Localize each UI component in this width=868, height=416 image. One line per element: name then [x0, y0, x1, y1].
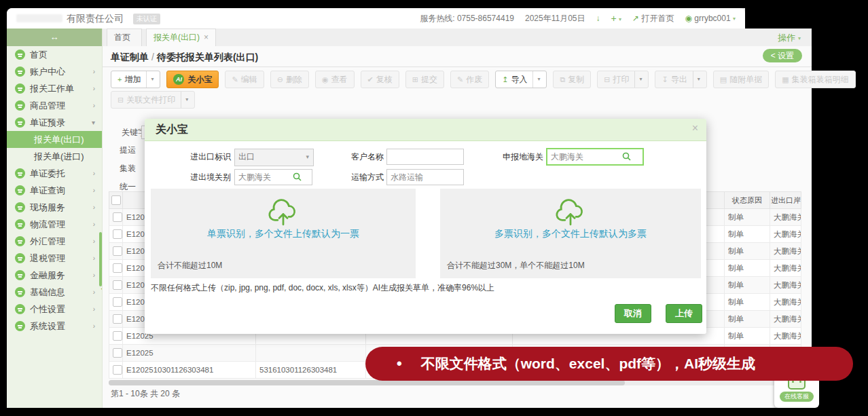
- dropdown-caret-icon[interactable]: ▾: [146, 71, 153, 88]
- sidebar-item[interactable]: 外汇管理 ›: [7, 233, 102, 250]
- row-checkbox[interactable]: [113, 314, 122, 324]
- toolbar-button[interactable]: ✔ 复核 ▾: [361, 71, 399, 88]
- toolbar-button[interactable]: ⊖ 删除 ▾: [270, 71, 309, 88]
- select-all-checkbox[interactable]: [111, 195, 121, 205]
- tab[interactable]: 首页: [107, 29, 142, 46]
- dropdown-caret-icon[interactable]: ▾: [634, 71, 642, 88]
- toolbar-button[interactable]: ✎ 作废 ▾: [450, 71, 489, 88]
- multi-ticket-upload-area[interactable]: 多票识别，多个文件上传默认为多票 合计不能超过30M，单个不能超过10M: [440, 189, 701, 278]
- sidebar-item[interactable]: 报关单(进口): [7, 148, 102, 165]
- dropdown-caret-icon[interactable]: ▾: [181, 92, 188, 108]
- status-cell: 制单: [725, 243, 770, 260]
- port-header: 进出口岸: [770, 192, 801, 209]
- toolbar-button-label: 集装箱装箱明细: [792, 71, 849, 88]
- single-ticket-upload-area[interactable]: 单票识别，多个文件上传默认为一票 合计不能超过10M: [151, 189, 416, 278]
- toolbar-row-2: ⊟ 关联文件打印 ▾: [111, 91, 195, 109]
- flag-value: 出口: [238, 152, 255, 162]
- row-checkbox[interactable]: [113, 263, 122, 273]
- top-header: 有限责任公司 未认证 服务热线: 0755-86574419 2025年11月0…: [7, 8, 745, 29]
- sidebar-item[interactable]: 个性设置 ›: [7, 301, 102, 318]
- toolbar-button[interactable]: AI 关小宝 ▾: [166, 71, 219, 88]
- toolbar-button[interactable]: ✎ 编辑 ▾: [225, 71, 264, 88]
- toolbar-button-label: 导出: [671, 71, 687, 88]
- menu-logo-icon: [15, 270, 25, 280]
- toolbar-button-icon: ⊟: [604, 71, 610, 88]
- open-home-link[interactable]: ↗ 打开首页: [632, 13, 674, 24]
- row-checkbox[interactable]: [113, 280, 122, 290]
- sidebar-item-label: 账户中心: [30, 63, 93, 80]
- port-cell: 大鹏海关: [770, 260, 801, 277]
- toolbar-button[interactable]: ↥ 导入 ▾: [495, 71, 547, 88]
- toolbar-button[interactable]: ▦ 集装箱装箱明细 ▾: [775, 71, 855, 88]
- sidebar-item[interactable]: 物流管理 ›: [7, 216, 102, 233]
- sidebar-item[interactable]: 单证查询 ›: [7, 182, 102, 199]
- toolbar-button[interactable]: ⊟ 打印 ▾: [597, 71, 649, 88]
- toolbar-button[interactable]: ↧ 导出 ▾: [655, 71, 706, 88]
- toolbar-button[interactable]: ⊟ 关联文件打印 ▾: [111, 91, 195, 109]
- row-checkbox[interactable]: [113, 246, 122, 256]
- toolbar-button-icon: ⧉: [560, 71, 565, 88]
- sidebar-item[interactable]: 首页: [7, 46, 102, 63]
- tab[interactable]: 报关单(出口)×: [146, 29, 216, 46]
- flag-select[interactable]: 出口 ▾: [234, 149, 314, 166]
- upload-button[interactable]: 上传: [666, 304, 702, 323]
- checkbox-cell: [109, 226, 123, 243]
- sidebar-item[interactable]: 账户中心 ›: [7, 63, 102, 80]
- toolbar-button[interactable]: + 增加 ▾: [111, 71, 160, 88]
- sidebar-item[interactable]: 退税管理 ›: [7, 250, 102, 267]
- search-icon[interactable]: [622, 152, 631, 161]
- sidebar-item[interactable]: 基础信息 ›: [7, 284, 102, 301]
- toolbar-button-label: 关小宝: [187, 71, 212, 88]
- sidebar-collapse-button[interactable]: ↔: [7, 29, 102, 46]
- row-checkbox[interactable]: [113, 212, 122, 222]
- declaration-id-cell: E12025: [123, 345, 256, 362]
- sidebar-item[interactable]: 报关单(出口): [7, 131, 102, 148]
- row-checkbox[interactable]: [113, 229, 122, 239]
- scrollbar-thumb[interactable]: [109, 380, 625, 385]
- sidebar-item-label: 基础信息: [30, 284, 93, 301]
- row-checkbox[interactable]: [113, 297, 122, 307]
- dropdown-caret-icon[interactable]: ▾: [532, 71, 540, 88]
- status-cell: 制单: [725, 328, 770, 345]
- notification-icon[interactable]: ↓: [596, 14, 600, 23]
- toolbar-button[interactable]: ⧉ 复制 ▾: [553, 71, 591, 88]
- transport-input[interactable]: [386, 169, 464, 185]
- horizontal-scrollbar[interactable]: [109, 380, 801, 385]
- operations-menu[interactable]: 操作 ▾: [778, 32, 801, 44]
- pagination: 第1 - 10条 共 20 条: [111, 388, 180, 400]
- customer-input[interactable]: [386, 149, 464, 165]
- company-name: 有限责任公司: [67, 13, 124, 25]
- row-checkbox[interactable]: [113, 348, 122, 358]
- sidebar-item[interactable]: 商品管理 ›: [7, 97, 102, 114]
- chevron-right-icon: ▾: [92, 114, 95, 131]
- divider: [103, 67, 812, 67]
- checkbox-cell: [109, 328, 123, 345]
- dropdown-caret-icon[interactable]: ▾: [693, 71, 700, 88]
- checkbox-cell: [109, 345, 123, 362]
- row-checkbox[interactable]: [113, 331, 122, 341]
- user-menu[interactable]: ◉ grrybc001 ▾: [685, 14, 736, 23]
- port-cell: 大鹏海关: [770, 209, 801, 226]
- sidebar-item[interactable]: 单证预录 ▾: [7, 114, 102, 131]
- close-icon[interactable]: ×: [692, 122, 698, 134]
- settings-button[interactable]: < 设置: [763, 49, 802, 62]
- toolbar-button[interactable]: ◉ 查看 ▾: [315, 71, 355, 88]
- toolbar-button[interactable]: ▤ 随附单据 ▾: [713, 71, 769, 88]
- quick-add-button[interactable]: + ▾: [611, 13, 621, 24]
- row-checkbox[interactable]: [113, 365, 122, 375]
- cancel-button[interactable]: 取消: [615, 304, 651, 323]
- toolbar-button[interactable]: ⊞ 提交 ▾: [405, 71, 444, 88]
- sidebar-item[interactable]: 系统设置 ›: [7, 318, 102, 335]
- toolbar-button-icon: +: [117, 71, 122, 88]
- status-cell: 制单: [725, 226, 770, 243]
- search-icon[interactable]: [293, 172, 302, 181]
- sidebar-item[interactable]: 单证委托 ›: [7, 165, 102, 182]
- sidebar-item-label: 单证查询: [30, 182, 93, 199]
- sidebar-item[interactable]: 报关工作单 ›: [7, 80, 102, 97]
- toolbar-button-icon: ▦: [782, 71, 789, 88]
- sidebar-item[interactable]: 现场服务 ›: [7, 199, 102, 216]
- tab-close-icon[interactable]: ×: [204, 33, 209, 42]
- sidebar-item[interactable]: 金融服务 ›: [7, 267, 102, 284]
- toolbar-button-label: 增加: [124, 71, 141, 88]
- chevron-right-icon: ›: [93, 165, 95, 182]
